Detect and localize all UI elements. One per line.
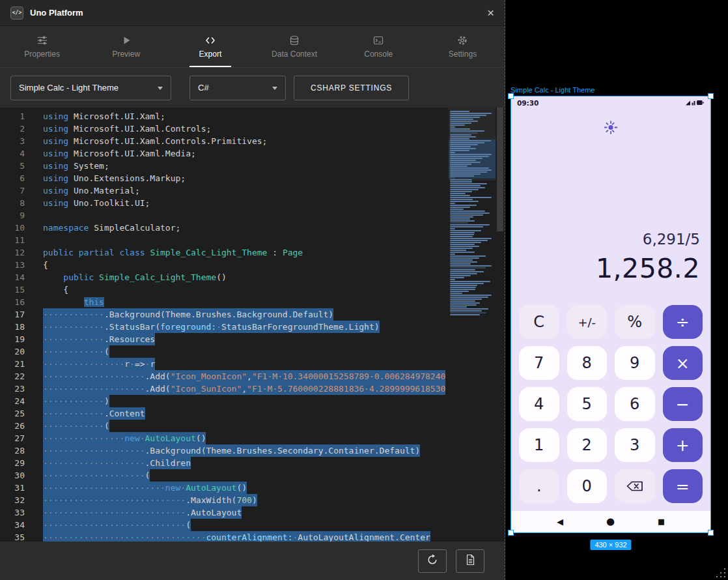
calc-key-plus[interactable]: + — [663, 428, 703, 462]
vertical-scrollbar[interactable] — [496, 108, 505, 542]
code-editor[interactable]: 1using Microsoft.UI.Xaml;2using Microsof… — [0, 108, 505, 542]
close-icon[interactable]: × — [487, 7, 494, 19]
language-selector-dropdown[interactable]: C# — [189, 76, 286, 100]
calc-key-equals[interactable]: = — [663, 469, 703, 503]
phone-frame-preview[interactable]: 09:30 6,291/5 1,258.2 C+/-%÷789×456−123+… — [511, 96, 711, 533]
calc-key-5[interactable]: 5 — [567, 387, 608, 421]
calc-key-6[interactable]: 6 — [615, 387, 655, 421]
calc-key-0[interactable]: 0 — [567, 469, 608, 503]
calc-key-divide[interactable]: ÷ — [663, 305, 703, 339]
tab-properties[interactable]: Properties — [0, 26, 84, 67]
active-tab-underline — [189, 66, 231, 67]
code-line[interactable]: 34····························( — [0, 519, 505, 531]
code-line[interactable]: 5using System; — [0, 160, 505, 172]
code-line[interactable]: 4using Microsoft.UI.Xaml.Media; — [0, 147, 505, 160]
code-line[interactable]: 7using Uno.Material; — [0, 184, 505, 197]
nav-home-button[interactable]: ● — [606, 517, 615, 527]
editor-minimap[interactable] — [449, 108, 496, 542]
calc-key-1[interactable]: 1 — [519, 428, 559, 462]
code-line[interactable]: 31························new·AutoLayout… — [0, 482, 505, 494]
component-selector-dropdown[interactable]: Simple Calc - Light Theme — [10, 76, 171, 100]
minimap-line — [450, 287, 476, 288]
calc-key-plus-minus[interactable]: +/- — [567, 305, 608, 339]
calc-key-clear[interactable]: C — [519, 305, 559, 339]
csharp-settings-button[interactable]: CSHARP SETTINGS — [294, 76, 409, 100]
scrollbar-thumb[interactable] — [497, 108, 503, 231]
calc-key-8[interactable]: 8 — [567, 346, 608, 380]
minimap-line — [450, 142, 484, 143]
code-line[interactable]: 35································counte… — [0, 531, 505, 542]
code-line[interactable]: 12public partial class Simple_Calc_Light… — [0, 246, 505, 259]
export-file-button[interactable] — [456, 549, 484, 573]
window-resize-grip[interactable] — [716, 568, 725, 577]
code-line[interactable]: 26············( — [0, 420, 505, 432]
code-line[interactable]: 22····················.Add("Icon_MoonIco… — [0, 370, 505, 383]
calc-key-3[interactable]: 3 — [615, 428, 655, 462]
code-line[interactable]: 3using Microsoft.UI.Xaml.Controls.Primit… — [0, 135, 505, 147]
code-line[interactable]: 20············( — [0, 345, 505, 358]
code-text: public partial class Simple_Calc_Light_T… — [43, 246, 303, 259]
code-line[interactable]: 1using Microsoft.UI.Xaml; — [0, 110, 505, 123]
resize-handle-bottom-right[interactable] — [708, 530, 714, 536]
figma-canvas[interactable]: Simple Calc - Light Theme 09:30 6,291/5 … — [505, 0, 728, 580]
minimap-line — [450, 136, 476, 138]
line-number: 34 — [0, 519, 25, 531]
calc-key-9[interactable]: 9 — [615, 346, 655, 380]
minimap-line — [450, 236, 473, 237]
code-text: using Uno.Material; — [43, 184, 140, 197]
code-line[interactable]: 30····················( — [0, 469, 505, 482]
line-number: 16 — [0, 296, 25, 308]
code-line[interactable]: 6using Uno.Extensions.Markup; — [0, 172, 505, 184]
code-line[interactable]: 14 public Simple_Calc_Light_Theme() — [0, 271, 505, 283]
code-line[interactable]: 8using Uno.Toolkit.UI; — [0, 197, 505, 209]
code-line[interactable]: 19············.Resources — [0, 333, 505, 345]
code-line[interactable]: 21················r·=>·r — [0, 358, 505, 370]
code-line[interactable]: 33····························.AutoLayou… — [0, 506, 505, 519]
theme-toggle-button[interactable] — [604, 120, 619, 138]
code-line[interactable]: 28····················.Background(Theme.… — [0, 444, 505, 457]
minimap-line — [450, 224, 490, 225]
chevron-down-icon — [158, 87, 163, 90]
code-text: ················r·=>·r — [43, 358, 155, 370]
calc-key-backspace[interactable] — [615, 469, 655, 503]
resize-handle-top-left[interactable] — [508, 93, 514, 99]
tab-export[interactable]: Export — [168, 26, 252, 67]
code-line[interactable]: 13{ — [0, 259, 505, 271]
code-line[interactable]: 15 { — [0, 283, 505, 296]
nav-recents-button[interactable]: ■ — [658, 518, 665, 526]
line-number: 13 — [0, 259, 25, 271]
resize-handle-top-right[interactable] — [708, 93, 714, 99]
line-number: 35 — [0, 531, 25, 542]
code-line[interactable]: 29····················.Children — [0, 457, 505, 469]
calc-key-decimal[interactable]: . — [519, 469, 559, 503]
code-line[interactable]: 10namespace SimpleCalculator; — [0, 222, 505, 234]
minimap-line — [450, 158, 483, 159]
nav-back-button[interactable]: ◀ — [557, 517, 563, 526]
code-line[interactable]: 27················new·AutoLayout() — [0, 432, 505, 444]
frame-name-label[interactable]: Simple Calc - Light Theme — [511, 86, 595, 94]
code-line[interactable]: 11 — [0, 234, 505, 246]
tab-data-context[interactable]: Data Context — [253, 26, 337, 67]
calc-key-minus[interactable]: − — [663, 387, 703, 421]
code-line[interactable]: 24············) — [0, 395, 505, 407]
tab-settings[interactable]: Settings — [421, 26, 505, 67]
resize-handle-bottom-left[interactable] — [508, 530, 514, 536]
calc-key-2[interactable]: 2 — [567, 428, 608, 462]
tab-preview[interactable]: Preview — [84, 26, 168, 67]
calc-key-7[interactable]: 7 — [519, 346, 559, 380]
code-line[interactable]: 9 — [0, 209, 505, 222]
code-line[interactable]: 32····························.MaxWidth(… — [0, 494, 505, 506]
calc-key-4[interactable]: 4 — [519, 387, 559, 421]
code-line[interactable]: 16 this — [0, 296, 505, 308]
code-line[interactable]: 2using Microsoft.UI.Xaml.Controls; — [0, 123, 505, 135]
code-line[interactable]: 18············.StatusBar(foreground:·Sta… — [0, 321, 505, 333]
code-line[interactable]: 17············.Background(Theme.Brushes.… — [0, 308, 505, 321]
calc-key-percent[interactable]: % — [615, 305, 655, 339]
refresh-button[interactable] — [418, 549, 447, 573]
code-line[interactable]: 23····················.Add("Icon_SunIcon… — [0, 383, 505, 395]
line-number: 15 — [0, 283, 25, 296]
titlebar[interactable]: </> Uno Platform × — [0, 0, 505, 26]
tab-console[interactable]: Console — [337, 26, 421, 67]
calc-key-multiply[interactable]: × — [663, 346, 703, 380]
code-line[interactable]: 25············.Content — [0, 407, 505, 420]
